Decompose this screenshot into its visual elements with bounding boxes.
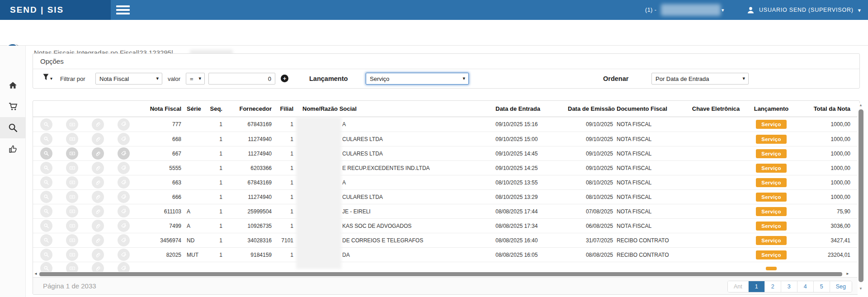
user-menu[interactable]: USUARIO SEND (SUPERVISOR) xyxy=(747,0,861,20)
row-attachment-icon[interactable] xyxy=(92,147,104,160)
row-view-icon[interactable] xyxy=(40,147,52,160)
sidebar-item-home[interactable] xyxy=(0,75,26,96)
row-view-icon[interactable] xyxy=(40,162,52,174)
table-row-partial[interactable] xyxy=(33,262,859,272)
row-view-icon[interactable] xyxy=(40,234,52,246)
table-row[interactable]: 777 1 67843169 1 A 09/10/2025 15:16 09/1… xyxy=(33,117,859,132)
lancamento-badge[interactable]: Serviço xyxy=(756,164,787,173)
ordenar-select[interactable]: Por Data de Entrada xyxy=(651,73,749,85)
row-tags-icon[interactable] xyxy=(118,147,130,160)
row-view-icon[interactable] xyxy=(40,249,52,261)
row-attachment-icon[interactable] xyxy=(92,220,104,232)
row-attachment-icon[interactable] xyxy=(92,176,104,189)
sidebar-item-cart[interactable] xyxy=(0,96,26,117)
lancamento-badge[interactable]: Serviço xyxy=(756,135,787,144)
row-tags-icon[interactable] xyxy=(118,262,130,272)
page-button-2[interactable]: 2 xyxy=(764,281,781,292)
row-attachment-icon[interactable] xyxy=(92,249,104,261)
row-money-icon[interactable] xyxy=(66,249,78,261)
filter-field-select[interactable]: Nota Fiscal xyxy=(95,73,162,85)
row-tags-icon[interactable] xyxy=(118,176,130,189)
table-row[interactable]: 667 1 11274940 1 CULARES LTDA 09/10/2025… xyxy=(33,146,859,160)
page-button-4[interactable]: 4 xyxy=(797,281,813,292)
page-button-5[interactable]: 5 xyxy=(813,281,830,292)
row-money-icon[interactable] xyxy=(66,220,78,232)
row-view-icon[interactable] xyxy=(40,191,52,203)
row-attachment-icon[interactable] xyxy=(92,262,104,272)
row-money-icon[interactable] xyxy=(66,147,78,160)
row-attachment-icon[interactable] xyxy=(92,205,104,217)
horizontal-scrollbar[interactable] xyxy=(33,272,860,277)
table-row[interactable]: 666 1 11274940 1 CULARES LTDA 08/10/2025… xyxy=(33,189,859,204)
row-money-icon[interactable] xyxy=(66,191,78,203)
row-money-icon[interactable] xyxy=(66,162,78,174)
lancamento-badge[interactable]: Serviço xyxy=(756,193,787,202)
horizontal-scrollbar-thumb[interactable] xyxy=(39,272,842,276)
vertical-scrollbar-thumb[interactable] xyxy=(859,109,863,282)
row-view-icon[interactable] xyxy=(40,220,52,232)
row-view-icon[interactable] xyxy=(40,118,52,131)
row-money-icon[interactable] xyxy=(66,262,78,272)
lancamento-badge[interactable]: Serviço xyxy=(756,207,787,216)
row-tags-icon[interactable] xyxy=(118,133,130,145)
chevron-down-icon[interactable] xyxy=(722,7,724,13)
lancamento-select[interactable]: Serviço xyxy=(366,73,469,85)
row-money-icon[interactable] xyxy=(66,118,78,131)
cell-data-emissao: 09/10/2025 xyxy=(568,165,613,171)
scroll-right-arrow-icon[interactable] xyxy=(846,272,849,276)
funnel-icon xyxy=(43,74,50,80)
row-money-icon[interactable] xyxy=(66,234,78,246)
lancamento-badge[interactable]: Serviço xyxy=(756,222,787,231)
cell-data-entrada: 08/10/2025 13:55 xyxy=(495,179,568,186)
row-view-icon[interactable] xyxy=(40,133,52,145)
lancamento-badge[interactable]: Serviço xyxy=(756,236,787,245)
vertical-scrollbar[interactable] xyxy=(858,103,864,295)
row-view-icon[interactable] xyxy=(40,205,52,217)
filter-menu-button[interactable] xyxy=(43,74,50,82)
row-attachment-icon[interactable] xyxy=(92,133,104,145)
lancamento-badge[interactable]: Serviço xyxy=(756,178,787,187)
lancamento-badge[interactable]: Serviço xyxy=(756,149,787,158)
page-button-1[interactable]: 1 xyxy=(748,281,764,292)
row-attachment-icon[interactable] xyxy=(92,162,104,174)
row-tags-icon[interactable] xyxy=(118,191,130,203)
page-button-seg[interactable]: Seg xyxy=(830,281,852,292)
hamburger-menu-icon[interactable] xyxy=(116,5,130,14)
page-button-3[interactable]: 3 xyxy=(781,281,797,292)
sidebar-item-search[interactable] xyxy=(0,117,26,138)
lancamento-badge[interactable]: Serviço xyxy=(756,250,787,259)
scroll-left-arrow-icon[interactable] xyxy=(34,272,38,276)
row-tags-icon[interactable] xyxy=(118,234,130,246)
lancamento-badge[interactable]: Serviço xyxy=(756,120,787,129)
row-view-icon[interactable] xyxy=(40,262,52,272)
sidebar-item-like[interactable] xyxy=(0,138,26,160)
company-selector[interactable]: (1) - xyxy=(645,0,656,20)
value-input[interactable] xyxy=(208,73,275,85)
table-row[interactable]: 668 1 11274940 1 CULARES LTDA 09/10/2025… xyxy=(33,132,859,146)
row-money-icon[interactable] xyxy=(66,205,78,217)
row-tags-icon[interactable] xyxy=(118,118,130,131)
table-row[interactable]: 82025 MUT 1 9184159 1 DA 08/08/2025 16:0… xyxy=(33,247,859,262)
table-row[interactable]: 7499 A 1 10926735 1 KAS SOC DE ADVOGADOS… xyxy=(33,218,859,233)
scroll-down-arrow-icon[interactable] xyxy=(859,287,863,291)
chevron-down-icon xyxy=(858,7,861,14)
table-row[interactable]: 5555 1 6203366 1 E RECUP.EXCEDENTES IND.… xyxy=(33,160,859,175)
row-attachment-icon[interactable] xyxy=(92,234,104,246)
row-attachment-icon[interactable] xyxy=(92,191,104,203)
lancamento-badge[interactable] xyxy=(766,267,777,270)
row-attachment-icon[interactable] xyxy=(92,118,104,131)
row-tags-icon[interactable] xyxy=(118,220,130,232)
row-tags-icon[interactable] xyxy=(118,162,130,174)
cell-fornecedor: 11274940 xyxy=(225,136,272,142)
table-row[interactable]: 663 1 67843169 1 A 08/10/2025 13:55 08/1… xyxy=(33,175,859,189)
row-view-icon[interactable] xyxy=(40,176,52,189)
scroll-up-arrow-icon[interactable] xyxy=(859,103,863,107)
row-money-icon[interactable] xyxy=(66,176,78,189)
add-filter-icon[interactable] xyxy=(281,75,288,82)
operator-select[interactable]: = xyxy=(186,73,205,85)
table-row[interactable]: 3456974 ND 1 34028316 7101 DE CORREIOS E… xyxy=(33,233,859,247)
table-row[interactable]: 611103 A 1 25999504 1 JE - EIRELI 08/08/… xyxy=(33,204,859,218)
row-tags-icon[interactable] xyxy=(118,249,130,261)
row-money-icon[interactable] xyxy=(66,133,78,145)
row-tags-icon[interactable] xyxy=(118,205,130,217)
